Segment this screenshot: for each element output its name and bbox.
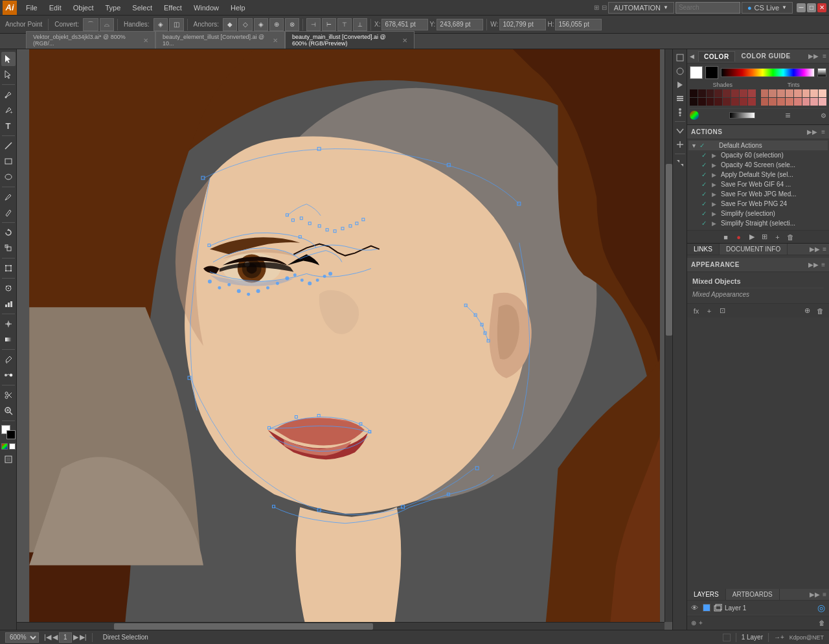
actions-panel-header[interactable]: ACTIONS ▶▶ ≡ (687, 125, 829, 139)
cs-live-button[interactable]: ● CS Live ▼ (742, 2, 793, 14)
menu-object[interactable]: Object (68, 3, 99, 13)
tint-cell[interactable] (819, 98, 826, 106)
appearance-header[interactable]: APPEARANCE ▶▶ ≡ (687, 258, 829, 272)
selection-tool[interactable] (1, 52, 16, 66)
free-transform-tool[interactable] (1, 261, 16, 275)
panel-icon-actions[interactable] (674, 79, 686, 91)
change-screen-mode-btn[interactable] (1, 452, 16, 466)
appearance-add-fill-btn[interactable]: + (704, 306, 714, 316)
shade-cell[interactable] (748, 89, 756, 97)
color-mode-btn[interactable] (1, 443, 8, 450)
tint-cell[interactable] (769, 98, 777, 106)
gradient-tool[interactable] (1, 332, 16, 347)
tint-cell[interactable] (786, 98, 793, 106)
shade-cell[interactable] (714, 89, 722, 97)
actions-stop-btn[interactable]: ■ (721, 232, 731, 242)
next-page-btn[interactable]: ▶ (73, 633, 78, 641)
action-item-7[interactable]: ✓ ▶ Simplify Straight (selecti... (688, 218, 828, 228)
automation-button[interactable]: AUTOMATION ▼ (608, 2, 674, 14)
appearance-menu-icon[interactable]: ≡ (821, 261, 825, 268)
appearance-delete-btn[interactable]: 🗑 (815, 306, 825, 316)
pen-tool[interactable] (1, 87, 16, 102)
rectangle-tool[interactable] (1, 154, 16, 168)
ellipse-tool[interactable] (1, 170, 16, 184)
tab-close-beauty-main[interactable]: ✕ (402, 37, 407, 44)
zoom-tool[interactable] (1, 404, 16, 418)
links-tab[interactable]: LINKS (687, 244, 720, 255)
tint-cell[interactable] (802, 89, 810, 97)
horizontal-scroll-thumb[interactable] (114, 623, 373, 630)
action-item-4[interactable]: ✓ ▶ Save For Web JPG Med... (688, 189, 828, 199)
shade-cell[interactable] (714, 98, 722, 106)
shade-cell[interactable] (731, 98, 739, 106)
prev-page-btn[interactable]: ◀ (52, 633, 58, 641)
status-info-box[interactable] (723, 634, 731, 641)
shade-cell[interactable] (707, 98, 714, 106)
handles-btn1[interactable]: ◈ (153, 18, 168, 31)
tab-beauty-main[interactable]: beauty_main_illust [Converted].ai @ 600%… (285, 31, 414, 49)
x-input[interactable] (381, 19, 428, 30)
column-graph-tool[interactable] (1, 297, 16, 311)
pencil-tool[interactable] (1, 205, 16, 220)
align-btn4[interactable]: ⊥ (353, 18, 367, 31)
color-spectrum-bar[interactable] (721, 68, 815, 77)
tint-cell[interactable] (777, 98, 785, 106)
shade-cell[interactable] (698, 89, 706, 97)
rotate-tool[interactable] (1, 225, 16, 240)
layers-menu-icon[interactable]: ≡ (823, 591, 826, 598)
layer-visibility-icon[interactable]: 👁 (691, 604, 700, 612)
symbol-sprayer-tool[interactable] (1, 281, 16, 295)
tint-cell[interactable] (802, 98, 810, 106)
convert-btn2[interactable]: ⌓ (100, 18, 114, 31)
panel-icon-5[interactable] (674, 106, 686, 118)
scale-tool[interactable] (1, 241, 16, 255)
menu-edit[interactable]: Edit (44, 3, 67, 13)
actions-expand-icon[interactable]: ▶▶ (807, 128, 817, 135)
align-btn3[interactable]: ⊤ (337, 18, 352, 31)
panel-icon-1[interactable] (674, 52, 686, 63)
canvas-area[interactable] (17, 49, 672, 630)
convert-btn1[interactable]: ⌒ (83, 18, 98, 31)
y-input[interactable] (437, 19, 483, 30)
shade-cell[interactable] (748, 98, 756, 106)
actions-delete-btn[interactable]: 🗑 (786, 232, 796, 242)
shade-cell[interactable] (731, 89, 739, 97)
fill-stroke-control[interactable] (1, 425, 16, 439)
horizontal-scrollbar[interactable] (17, 622, 664, 630)
action-item-5[interactable]: ✓ ▶ Save For Web PNG 24 (688, 199, 828, 209)
mesh-tool[interactable] (1, 317, 16, 331)
menu-help[interactable]: Help (225, 3, 251, 13)
shade-cell[interactable] (740, 89, 747, 97)
action-item-6[interactable]: ✓ ▶ Simplify (selection) (688, 209, 828, 218)
menu-type[interactable]: Type (100, 3, 126, 13)
tab-beauty-element[interactable]: beauty_element_illust [Converted].ai @ 1… (155, 31, 285, 49)
type-tool[interactable]: T (1, 119, 16, 133)
links-menu-icon[interactable]: ≡ (823, 246, 826, 253)
color-guide-tab[interactable]: COLOR GUIDE (736, 51, 796, 61)
color-wheel-icon[interactable] (690, 111, 699, 120)
paintbrush-tool[interactable] (1, 190, 16, 204)
vertical-scroll-thumb[interactable] (666, 164, 672, 336)
grayscale-bar[interactable] (817, 68, 826, 77)
appearance-add-fx-btn[interactable]: fx (691, 306, 701, 316)
shade-cell[interactable] (740, 98, 747, 106)
tint-cell[interactable] (794, 98, 802, 106)
menu-effect[interactable]: Effect (159, 3, 187, 13)
color-panel-expand-icon[interactable]: ▶▶ (808, 52, 819, 60)
menu-file[interactable]: File (21, 3, 43, 13)
anchors-btn5[interactable]: ⊗ (285, 18, 299, 31)
add-anchor-tool[interactable]: + (1, 103, 16, 117)
align-btn1[interactable]: ⊣ (306, 18, 321, 31)
h-input[interactable] (555, 19, 602, 30)
shade-cell[interactable] (723, 98, 731, 106)
layer-target-dot[interactable]: ◎ (817, 603, 825, 613)
w-input[interactable] (499, 19, 546, 30)
tint-cell[interactable] (761, 98, 769, 106)
blend-tool[interactable] (1, 368, 16, 382)
status-add-icon[interactable]: →+ (774, 634, 784, 641)
tint-cell[interactable] (794, 89, 802, 97)
color-menu-icon[interactable]: ≡ (785, 110, 790, 121)
layers-new-layer-btn[interactable]: + (699, 619, 703, 627)
tab-close-vektor[interactable]: ✕ (143, 37, 148, 44)
layer-color-indicator[interactable] (703, 604, 710, 612)
